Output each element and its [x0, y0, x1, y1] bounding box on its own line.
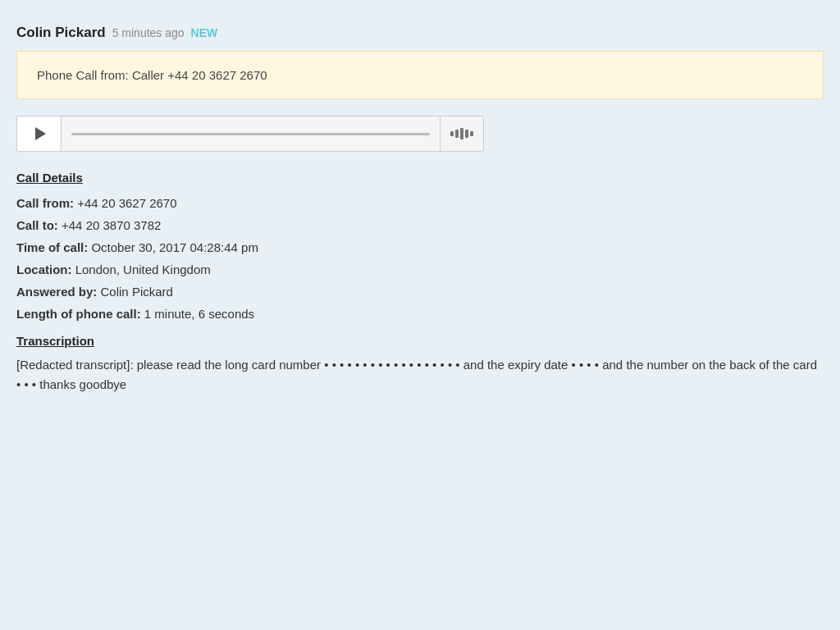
- answered-by-label: Answered by:: [16, 285, 97, 299]
- call-length-label: Length of phone call:: [16, 307, 141, 321]
- answered-by-value: Colin Pickard: [101, 285, 173, 299]
- location-row: Location: London, United Kingdom: [16, 258, 824, 281]
- call-length-value: 1 minute, 6 seconds: [144, 307, 254, 321]
- call-from-value: +44 20 3627 2670: [77, 196, 176, 210]
- play-icon: [35, 127, 46, 140]
- call-length-row: Length of phone call: 1 minute, 6 second…: [16, 303, 824, 325]
- vol-bar-1: [450, 131, 454, 136]
- location-value: London, United Kingdom: [75, 262, 211, 276]
- vol-bar-5: [470, 131, 473, 136]
- time-ago: 5 minutes ago: [112, 26, 185, 39]
- progress-bar: [71, 133, 430, 135]
- audio-player: [16, 116, 484, 152]
- location-label: Location:: [16, 262, 72, 276]
- transcription-title: Transcription: [16, 330, 824, 352]
- time-of-call-row: Time of call: October 30, 2017 04:28:44 …: [16, 236, 824, 258]
- time-of-call-value: October 30, 2017 04:28:44 pm: [91, 240, 258, 254]
- call-details-title: Call Details: [16, 167, 824, 189]
- answered-by-row: Answered by: Colin Pickard: [16, 281, 824, 303]
- call-to-label: Call to:: [16, 218, 58, 232]
- volume-indicator: [440, 116, 484, 152]
- new-badge: NEW: [191, 26, 218, 39]
- transcription-text: [Redacted transcript]: please read the l…: [16, 355, 824, 395]
- play-button[interactable]: [16, 116, 61, 152]
- call-to-row: Call to: +44 20 3870 3782: [16, 214, 824, 236]
- header-row: Colin Pickard 5 minutes ago NEW: [16, 25, 824, 41]
- notification-message: Phone Call from: Caller +44 20 3627 2670: [37, 68, 267, 82]
- call-from-row: Call from: +44 20 3627 2670: [16, 192, 824, 214]
- call-from-label: Call from:: [16, 196, 74, 210]
- vol-bar-3: [460, 128, 463, 139]
- vol-bar-4: [465, 130, 468, 138]
- call-details-section: Call Details Call from: +44 20 3627 2670…: [16, 167, 824, 395]
- call-to-value: +44 20 3870 3782: [62, 218, 161, 232]
- caller-name: Colin Pickard: [16, 25, 106, 41]
- call-notification-box: Phone Call from: Caller +44 20 3627 2670: [16, 51, 824, 99]
- progress-track[interactable]: [61, 116, 440, 152]
- vol-bar-2: [455, 130, 459, 138]
- time-of-call-label: Time of call:: [16, 240, 88, 254]
